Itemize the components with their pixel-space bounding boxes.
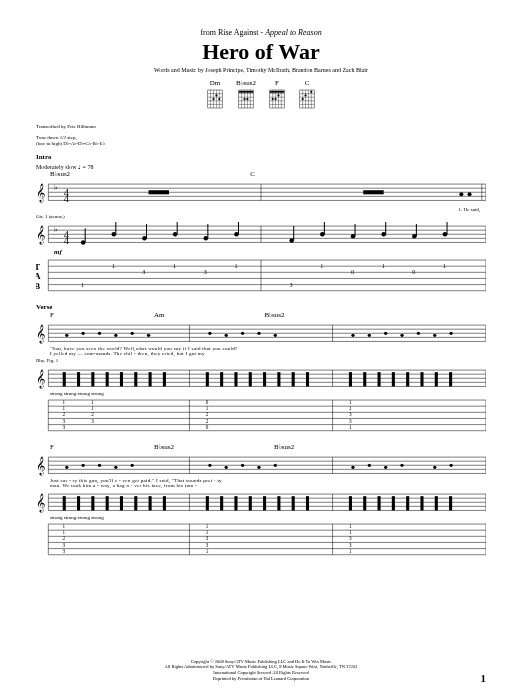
svg-rect-21	[239, 91, 253, 93]
svg-text:1: 1	[206, 405, 209, 411]
svg-point-64	[459, 192, 463, 196]
svg-text:1: 1	[349, 399, 352, 405]
svg-point-228	[82, 463, 85, 466]
svg-rect-258	[134, 496, 137, 510]
svg-point-230	[114, 465, 117, 468]
svg-text:3: 3	[290, 282, 293, 288]
svg-rect-263	[234, 496, 237, 510]
svg-rect-260	[163, 496, 166, 510]
svg-point-46	[310, 91, 312, 93]
svg-point-237	[351, 465, 354, 468]
svg-point-22	[243, 98, 245, 100]
chord-dm: Dm	[206, 79, 224, 114]
svg-rect-168	[120, 373, 123, 387]
svg-point-242	[449, 463, 452, 466]
svg-point-10	[212, 98, 214, 100]
svg-text:1: 1	[63, 405, 66, 411]
svg-text:3: 3	[206, 541, 209, 547]
staff-icon: 𝄞	[36, 453, 486, 478]
svg-rect-254	[77, 496, 80, 510]
svg-text:1: 1	[206, 529, 209, 535]
svg-point-143	[225, 334, 228, 337]
svg-point-137	[82, 332, 85, 335]
fretboard-icon	[268, 88, 286, 110]
svg-rect-174	[234, 373, 237, 387]
chord-f: F	[268, 79, 286, 114]
svg-point-145	[257, 332, 260, 335]
verse2-chords: F B♭sus2 B♭sus2	[50, 443, 486, 451]
svg-text:4: 4	[64, 193, 69, 204]
svg-point-153	[449, 332, 452, 335]
svg-rect-255	[91, 496, 94, 510]
source-prefix: from Rise Against -	[200, 28, 265, 37]
svg-rect-175	[249, 373, 252, 387]
svg-text:2: 2	[206, 418, 209, 424]
svg-text:1: 1	[81, 282, 84, 288]
svg-rect-272	[392, 496, 395, 510]
svg-rect-171	[163, 373, 166, 387]
strum-text-2: strong strong strong strong	[50, 515, 486, 520]
tuning-note: Tune down 1/2 step, (low to high) D♭-A♭-…	[36, 135, 486, 147]
copyright-notice: Copyright © 2008 Sony/ATV Music Publishi…	[0, 659, 522, 682]
svg-point-138	[98, 332, 101, 335]
svg-rect-178	[292, 373, 295, 387]
svg-rect-259	[149, 496, 152, 510]
tab-icon: 11233 1123 01220 11331	[36, 398, 486, 433]
svg-text:0: 0	[351, 270, 354, 276]
svg-rect-179	[306, 373, 309, 387]
verse1-guitar-staff: 𝄞	[36, 366, 486, 391]
svg-rect-176	[263, 373, 266, 387]
intro-vocal-staff: 𝄞 ♭ 4 4	[36, 180, 486, 207]
verse-label: Verse	[36, 303, 486, 311]
svg-text:1: 1	[63, 529, 66, 535]
svg-rect-269	[349, 496, 352, 510]
svg-text:1: 1	[91, 399, 94, 405]
svg-rect-186	[435, 373, 438, 387]
svg-point-232	[208, 463, 211, 466]
svg-rect-273	[406, 496, 409, 510]
svg-text:3: 3	[349, 541, 352, 547]
svg-rect-170	[149, 373, 152, 387]
svg-text:𝄞: 𝄞	[36, 225, 45, 245]
svg-text:2: 2	[63, 411, 66, 417]
svg-point-147	[351, 334, 354, 337]
svg-rect-276	[449, 496, 452, 510]
page-number: 1	[481, 672, 487, 684]
staff-icon: 𝄞	[36, 490, 486, 515]
writer-credits: Words and Music by Joseph Principe, Timo…	[36, 67, 486, 73]
svg-text:𝄞: 𝄞	[36, 324, 45, 344]
svg-rect-253	[63, 496, 66, 510]
svg-rect-182	[378, 373, 381, 387]
svg-rect-172	[206, 373, 209, 387]
svg-point-140	[131, 332, 134, 335]
svg-point-23	[246, 98, 248, 100]
svg-point-11	[218, 98, 220, 100]
svg-point-234	[241, 463, 244, 466]
transcriber: Transcribed by Pete Billmann	[36, 124, 486, 129]
strum-text: strong strong strong strong	[50, 391, 486, 396]
svg-rect-270	[363, 496, 366, 510]
svg-text:3: 3	[206, 535, 209, 541]
svg-text:1: 1	[349, 529, 352, 535]
fretboard-icon	[298, 88, 316, 110]
svg-text:3: 3	[63, 541, 66, 547]
svg-text:1: 1	[382, 263, 385, 269]
intro-label: Intro	[36, 153, 486, 161]
svg-text:0: 0	[412, 270, 415, 276]
svg-point-238	[368, 463, 371, 466]
svg-text:1: 1	[234, 263, 237, 269]
svg-text:♭: ♭	[55, 183, 59, 192]
staff-icon: 𝄞 ♭ 4 4	[36, 222, 486, 249]
staff-icon: 𝄞	[36, 321, 486, 346]
svg-rect-257	[120, 496, 123, 510]
svg-point-36	[275, 98, 277, 100]
svg-text:1: 1	[91, 405, 94, 411]
svg-rect-267	[292, 496, 295, 510]
svg-point-148	[368, 334, 371, 337]
svg-text:2: 2	[63, 535, 66, 541]
svg-point-152	[433, 334, 436, 337]
svg-point-146	[274, 334, 277, 337]
pickup-lyric: 1. He said,	[36, 207, 480, 212]
album-name: Appeal to Reason	[265, 28, 321, 37]
svg-text:𝄞: 𝄞	[36, 183, 45, 203]
